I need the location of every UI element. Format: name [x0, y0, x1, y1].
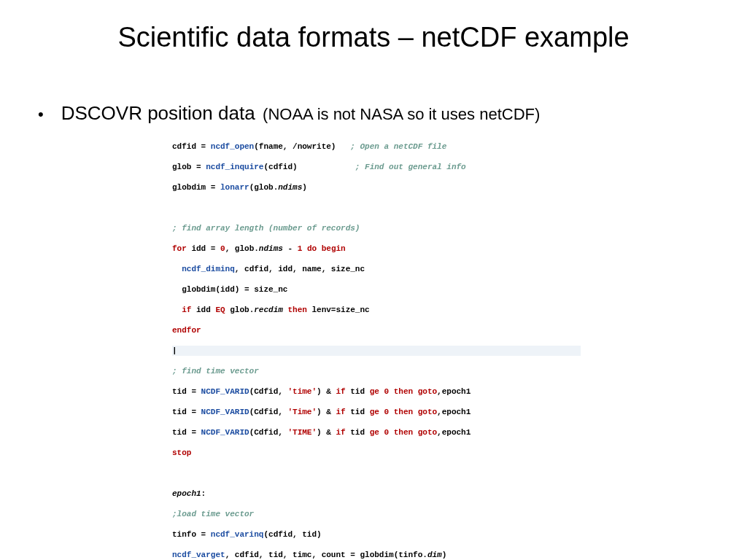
bullet-sub-text: (NOAA is not NASA so it uses netCDF)	[263, 105, 540, 123]
code-block: cdfid = ncdf_open(fname, /nowrite) ; Ope…	[172, 131, 581, 560]
bullet-main-text: DSCOVR position data	[61, 102, 255, 124]
cursor-line: |	[172, 346, 581, 356]
bullet-row: • DSCOVR position data (NOAA is not NASA…	[38, 102, 540, 125]
bullet-dot-icon: •	[38, 105, 44, 124]
slide-title: Scientific data formats – netCDF example	[0, 22, 747, 53]
